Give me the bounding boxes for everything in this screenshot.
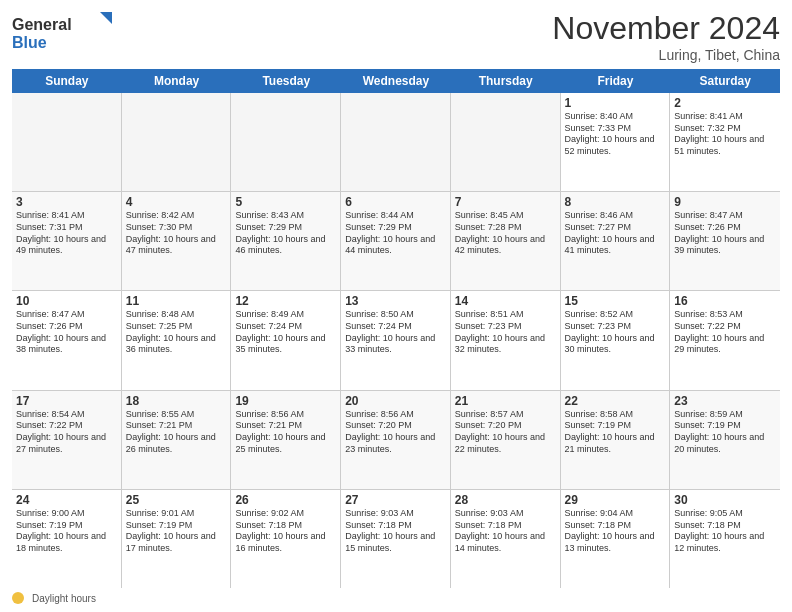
day-cell-15: 15Sunrise: 8:52 AM Sunset: 7:23 PM Dayli… — [561, 291, 671, 389]
calendar-header: Sunday Monday Tuesday Wednesday Thursday… — [12, 69, 780, 93]
day-info-7: Sunrise: 8:45 AM Sunset: 7:28 PM Dayligh… — [455, 210, 556, 257]
empty-cell-0-1 — [122, 93, 232, 191]
day-number-14: 14 — [455, 294, 556, 308]
day-info-6: Sunrise: 8:44 AM Sunset: 7:29 PM Dayligh… — [345, 210, 446, 257]
day-number-23: 23 — [674, 394, 776, 408]
empty-cell-0-0 — [12, 93, 122, 191]
day-number-18: 18 — [126, 394, 227, 408]
day-cell-8: 8Sunrise: 8:46 AM Sunset: 7:27 PM Daylig… — [561, 192, 671, 290]
day-cell-29: 29Sunrise: 9:04 AM Sunset: 7:18 PM Dayli… — [561, 490, 671, 588]
day-cell-10: 10Sunrise: 8:47 AM Sunset: 7:26 PM Dayli… — [12, 291, 122, 389]
day-info-16: Sunrise: 8:53 AM Sunset: 7:22 PM Dayligh… — [674, 309, 776, 356]
svg-marker-2 — [100, 12, 112, 24]
weekday-friday: Friday — [561, 69, 671, 93]
weekday-monday: Monday — [122, 69, 232, 93]
day-cell-17: 17Sunrise: 8:54 AM Sunset: 7:22 PM Dayli… — [12, 391, 122, 489]
day-cell-24: 24Sunrise: 9:00 AM Sunset: 7:19 PM Dayli… — [12, 490, 122, 588]
day-cell-13: 13Sunrise: 8:50 AM Sunset: 7:24 PM Dayli… — [341, 291, 451, 389]
day-number-1: 1 — [565, 96, 666, 110]
day-info-24: Sunrise: 9:00 AM Sunset: 7:19 PM Dayligh… — [16, 508, 117, 555]
location: Luring, Tibet, China — [552, 47, 780, 63]
day-info-15: Sunrise: 8:52 AM Sunset: 7:23 PM Dayligh… — [565, 309, 666, 356]
day-number-9: 9 — [674, 195, 776, 209]
cal-row-3: 17Sunrise: 8:54 AM Sunset: 7:22 PM Dayli… — [12, 391, 780, 490]
day-number-11: 11 — [126, 294, 227, 308]
day-cell-19: 19Sunrise: 8:56 AM Sunset: 7:21 PM Dayli… — [231, 391, 341, 489]
day-cell-1: 1Sunrise: 8:40 AM Sunset: 7:33 PM Daylig… — [561, 93, 671, 191]
cal-row-0: 1Sunrise: 8:40 AM Sunset: 7:33 PM Daylig… — [12, 93, 780, 192]
day-number-20: 20 — [345, 394, 446, 408]
sun-icon — [12, 592, 24, 604]
day-info-2: Sunrise: 8:41 AM Sunset: 7:32 PM Dayligh… — [674, 111, 776, 158]
day-cell-6: 6Sunrise: 8:44 AM Sunset: 7:29 PM Daylig… — [341, 192, 451, 290]
day-cell-11: 11Sunrise: 8:48 AM Sunset: 7:25 PM Dayli… — [122, 291, 232, 389]
weekday-tuesday: Tuesday — [231, 69, 341, 93]
day-number-8: 8 — [565, 195, 666, 209]
day-number-28: 28 — [455, 493, 556, 507]
day-number-30: 30 — [674, 493, 776, 507]
day-number-26: 26 — [235, 493, 336, 507]
cal-row-2: 10Sunrise: 8:47 AM Sunset: 7:26 PM Dayli… — [12, 291, 780, 390]
day-cell-18: 18Sunrise: 8:55 AM Sunset: 7:21 PM Dayli… — [122, 391, 232, 489]
day-number-12: 12 — [235, 294, 336, 308]
weekday-thursday: Thursday — [451, 69, 561, 93]
day-info-22: Sunrise: 8:58 AM Sunset: 7:19 PM Dayligh… — [565, 409, 666, 456]
day-cell-3: 3Sunrise: 8:41 AM Sunset: 7:31 PM Daylig… — [12, 192, 122, 290]
day-info-14: Sunrise: 8:51 AM Sunset: 7:23 PM Dayligh… — [455, 309, 556, 356]
day-info-20: Sunrise: 8:56 AM Sunset: 7:20 PM Dayligh… — [345, 409, 446, 456]
day-info-4: Sunrise: 8:42 AM Sunset: 7:30 PM Dayligh… — [126, 210, 227, 257]
day-info-21: Sunrise: 8:57 AM Sunset: 7:20 PM Dayligh… — [455, 409, 556, 456]
logo-svg: General Blue — [12, 10, 122, 54]
day-number-2: 2 — [674, 96, 776, 110]
day-cell-25: 25Sunrise: 9:01 AM Sunset: 7:19 PM Dayli… — [122, 490, 232, 588]
day-cell-28: 28Sunrise: 9:03 AM Sunset: 7:18 PM Dayli… — [451, 490, 561, 588]
day-number-5: 5 — [235, 195, 336, 209]
day-number-27: 27 — [345, 493, 446, 507]
day-cell-5: 5Sunrise: 8:43 AM Sunset: 7:29 PM Daylig… — [231, 192, 341, 290]
day-info-30: Sunrise: 9:05 AM Sunset: 7:18 PM Dayligh… — [674, 508, 776, 555]
day-info-1: Sunrise: 8:40 AM Sunset: 7:33 PM Dayligh… — [565, 111, 666, 158]
header: General Blue November 2024 Luring, Tibet… — [12, 10, 780, 63]
day-info-5: Sunrise: 8:43 AM Sunset: 7:29 PM Dayligh… — [235, 210, 336, 257]
day-number-3: 3 — [16, 195, 117, 209]
day-cell-9: 9Sunrise: 8:47 AM Sunset: 7:26 PM Daylig… — [670, 192, 780, 290]
svg-text:Blue: Blue — [12, 34, 47, 51]
day-info-8: Sunrise: 8:46 AM Sunset: 7:27 PM Dayligh… — [565, 210, 666, 257]
weekday-saturday: Saturday — [670, 69, 780, 93]
day-number-4: 4 — [126, 195, 227, 209]
day-cell-2: 2Sunrise: 8:41 AM Sunset: 7:32 PM Daylig… — [670, 93, 780, 191]
day-cell-4: 4Sunrise: 8:42 AM Sunset: 7:30 PM Daylig… — [122, 192, 232, 290]
calendar: Sunday Monday Tuesday Wednesday Thursday… — [12, 69, 780, 588]
day-info-9: Sunrise: 8:47 AM Sunset: 7:26 PM Dayligh… — [674, 210, 776, 257]
title-block: November 2024 Luring, Tibet, China — [552, 10, 780, 63]
day-info-17: Sunrise: 8:54 AM Sunset: 7:22 PM Dayligh… — [16, 409, 117, 456]
day-info-29: Sunrise: 9:04 AM Sunset: 7:18 PM Dayligh… — [565, 508, 666, 555]
empty-cell-0-4 — [451, 93, 561, 191]
weekday-wednesday: Wednesday — [341, 69, 451, 93]
weekday-sunday: Sunday — [12, 69, 122, 93]
daylight-hours-label: Daylight hours — [32, 593, 96, 604]
day-number-7: 7 — [455, 195, 556, 209]
day-number-16: 16 — [674, 294, 776, 308]
day-number-17: 17 — [16, 394, 117, 408]
day-cell-7: 7Sunrise: 8:45 AM Sunset: 7:28 PM Daylig… — [451, 192, 561, 290]
cal-row-4: 24Sunrise: 9:00 AM Sunset: 7:19 PM Dayli… — [12, 490, 780, 588]
day-number-21: 21 — [455, 394, 556, 408]
day-number-24: 24 — [16, 493, 117, 507]
day-number-15: 15 — [565, 294, 666, 308]
day-cell-27: 27Sunrise: 9:03 AM Sunset: 7:18 PM Dayli… — [341, 490, 451, 588]
day-number-25: 25 — [126, 493, 227, 507]
day-info-18: Sunrise: 8:55 AM Sunset: 7:21 PM Dayligh… — [126, 409, 227, 456]
day-info-26: Sunrise: 9:02 AM Sunset: 7:18 PM Dayligh… — [235, 508, 336, 555]
day-cell-21: 21Sunrise: 8:57 AM Sunset: 7:20 PM Dayli… — [451, 391, 561, 489]
cal-row-1: 3Sunrise: 8:41 AM Sunset: 7:31 PM Daylig… — [12, 192, 780, 291]
day-cell-23: 23Sunrise: 8:59 AM Sunset: 7:19 PM Dayli… — [670, 391, 780, 489]
empty-cell-0-3 — [341, 93, 451, 191]
day-number-29: 29 — [565, 493, 666, 507]
day-number-22: 22 — [565, 394, 666, 408]
day-cell-14: 14Sunrise: 8:51 AM Sunset: 7:23 PM Dayli… — [451, 291, 561, 389]
day-info-13: Sunrise: 8:50 AM Sunset: 7:24 PM Dayligh… — [345, 309, 446, 356]
day-info-10: Sunrise: 8:47 AM Sunset: 7:26 PM Dayligh… — [16, 309, 117, 356]
day-number-19: 19 — [235, 394, 336, 408]
day-info-25: Sunrise: 9:01 AM Sunset: 7:19 PM Dayligh… — [126, 508, 227, 555]
